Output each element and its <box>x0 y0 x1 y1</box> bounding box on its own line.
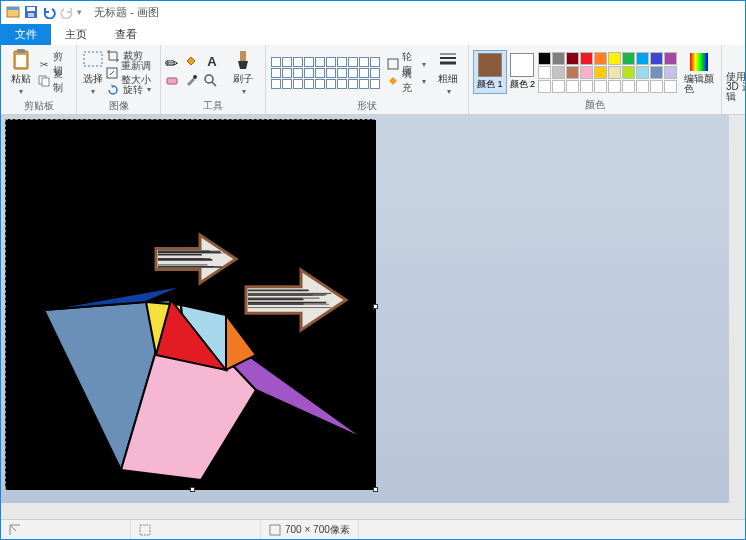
svg-rect-58 <box>140 525 150 535</box>
brush-icon <box>232 49 254 71</box>
resize-button[interactable]: 重新调整大小 <box>104 65 156 81</box>
color1-button[interactable]: 颜色 1 <box>473 50 507 94</box>
group-tools: ✏ A 刷子 ▾ 工具 <box>161 45 266 114</box>
svg-rect-10 <box>84 52 102 66</box>
group-paint3d: 使用画图 3D 进行编辑 <box>722 45 746 114</box>
zoom-tool-icon[interactable] <box>203 73 221 91</box>
select-button[interactable]: 选择 ▾ <box>81 47 104 98</box>
color2-swatch <box>510 53 534 77</box>
rotate-button[interactable]: 旋转▾ <box>104 82 156 98</box>
svg-point-14 <box>205 75 213 83</box>
redo-icon[interactable] <box>59 4 75 20</box>
qat-customize-icon[interactable]: ▾ <box>77 7 82 17</box>
svg-rect-3 <box>27 7 35 11</box>
tab-home[interactable]: 主页 <box>51 24 101 45</box>
canvas[interactable] <box>5 119 375 489</box>
horizontal-scrollbar[interactable] <box>1 503 729 519</box>
thickness-icon <box>437 49 459 71</box>
svg-rect-20 <box>690 53 708 71</box>
app-icon <box>5 4 21 20</box>
color1-swatch <box>478 53 502 77</box>
select-icon <box>82 49 104 71</box>
paste-button[interactable]: 粘贴 ▾ <box>5 47 36 98</box>
group-colors: 颜色 1 颜色 2 编辑颜色 颜色 <box>469 45 722 114</box>
tab-file[interactable]: 文件 <box>1 24 51 45</box>
paste-icon <box>10 49 32 71</box>
group-shapes: 轮廓▾ 填充▾ 粗细 ▾ 形状 <box>266 45 469 114</box>
undo-icon[interactable] <box>41 4 57 20</box>
canvas-drawing <box>6 120 376 490</box>
svg-rect-7 <box>16 55 26 67</box>
chevron-down-icon: ▾ <box>19 87 23 96</box>
copy-button[interactable]: 复制 <box>36 73 72 89</box>
outline-icon <box>387 57 399 71</box>
paste-label: 粘贴 <box>11 72 31 86</box>
vertical-scrollbar[interactable] <box>729 115 745 519</box>
color-palette[interactable] <box>538 52 677 93</box>
group-colors-label: 颜色 <box>473 97 717 114</box>
shapes-gallery[interactable] <box>270 56 381 90</box>
chevron-down-icon: ▾ <box>447 87 451 96</box>
color2-button[interactable]: 颜色 2 <box>507 51 539 93</box>
fill-tool-icon[interactable] <box>184 54 202 72</box>
edit-colors-button[interactable]: 编辑颜色 <box>681 49 717 96</box>
svg-rect-12 <box>167 78 177 84</box>
window-title: 无标题 - 画图 <box>86 5 159 20</box>
canvas-size: 700 × 700像素 <box>261 520 359 539</box>
brush-button[interactable]: 刷子 ▾ <box>225 47 261 98</box>
group-clipboard: 粘贴 ▾ ✂剪切 复制 剪贴板 <box>1 45 77 114</box>
copy-icon <box>38 74 50 88</box>
paint3d-icon <box>742 49 746 71</box>
group-image-label: 图像 <box>81 98 156 115</box>
fill-icon <box>387 74 399 88</box>
svg-rect-1 <box>7 7 19 10</box>
chevron-down-icon: ▾ <box>242 87 246 96</box>
selection-size <box>131 520 261 539</box>
resize-icon <box>106 66 118 80</box>
text-tool-icon[interactable]: A <box>203 54 221 72</box>
edit-colors-icon <box>688 51 710 73</box>
paint3d-button[interactable]: 使用画图 3D 进行编辑 <box>726 47 746 104</box>
canvas-workarea[interactable] <box>1 115 745 519</box>
thickness-button[interactable]: 粗细 ▾ <box>432 47 464 98</box>
title-bar: ▾ 无标题 - 画图 <box>1 1 745 23</box>
svg-rect-6 <box>17 49 25 53</box>
group-shapes-label: 形状 <box>270 98 464 115</box>
group-clipboard-label: 剪贴板 <box>5 98 72 115</box>
rotate-icon <box>106 83 120 97</box>
group-image: 选择 ▾ 裁剪 重新调整大小 旋转▾ 图像 <box>77 45 161 114</box>
svg-rect-9 <box>42 78 49 86</box>
picker-tool-icon[interactable] <box>184 73 202 91</box>
chevron-down-icon: ▾ <box>91 87 95 96</box>
svg-rect-59 <box>270 525 280 535</box>
fill-button[interactable]: 填充▾ <box>385 73 428 89</box>
ribbon-tabs: 文件 主页 查看 <box>1 23 745 45</box>
pencil-tool-icon[interactable]: ✏ <box>165 54 183 72</box>
cursor-pos <box>1 520 131 539</box>
crop-icon <box>106 49 120 63</box>
svg-rect-4 <box>28 13 34 17</box>
save-icon[interactable] <box>23 4 39 20</box>
status-bar: 700 × 700像素 <box>1 519 745 539</box>
svg-rect-16 <box>388 59 398 69</box>
group-tools-label: 工具 <box>165 98 261 115</box>
svg-point-13 <box>193 75 197 79</box>
cut-icon: ✂ <box>38 57 50 71</box>
quick-access-toolbar: ▾ <box>1 4 86 20</box>
svg-rect-15 <box>240 51 246 61</box>
ribbon: 粘贴 ▾ ✂剪切 复制 剪贴板 选择 ▾ 裁剪 重新调整大小 旋转▾ 图像 <box>1 45 745 115</box>
eraser-tool-icon[interactable] <box>165 73 183 91</box>
tab-view[interactable]: 查看 <box>101 24 151 45</box>
